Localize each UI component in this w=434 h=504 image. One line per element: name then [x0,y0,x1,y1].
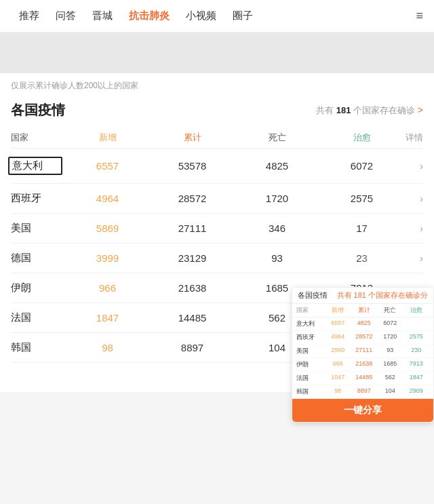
overlay-total-1: 28572 [351,333,378,342]
row-total-germany: 23129 [150,252,235,264]
overlay-country-1: 西班牙 [296,333,325,342]
overlay-recover-5: 2909 [403,387,430,396]
row-dead-italy: 4825 [235,160,319,172]
table-row[interactable]: 意大利 6557 53578 4825 6072 › [11,149,423,184]
row-new-iran: 966 [65,282,150,294]
row-recover-usa: 17 [319,222,404,234]
row-total-iran: 21638 [150,282,235,294]
row-detail-arrow-italy[interactable]: › [404,161,423,172]
overlay-dead-0: 6072 [377,319,403,328]
row-detail-arrow-germany[interactable]: › [404,253,423,264]
top-navigation: 推荐 问答 晋城 抗击肺炎 小视频 圈子 ≡ [0,0,434,33]
overlay-total-5: 8897 [351,387,378,396]
overlay-row: 伊朗 666 21638 1685 7913 [292,358,433,372]
overlay-country-3: 伊朗 [296,360,325,369]
overlay-row: 韩国 98 8897 104 2909 [292,385,433,399]
overlay-country-0: 意大利 [296,319,325,328]
country-label-italy: 意大利 [8,157,62,175]
row-new-italy: 6557 [65,160,150,172]
row-detail-arrow-usa[interactable]: › [404,223,423,234]
row-total-usa: 27111 [150,222,235,234]
overlay-dead-4: 562 [377,374,403,383]
nav-qa[interactable]: 问答 [47,7,84,25]
overlay-col-recover: 治愈 [403,306,430,315]
row-total-italy: 53578 [150,160,235,172]
row-total-france: 14485 [150,312,235,324]
section-header: 各国疫情 共有 181 个国家存在确诊 > [11,96,423,128]
row-recover-germany: 23 [319,252,404,264]
section-count[interactable]: 共有 181 个国家存在确诊 > [316,104,423,117]
overlay-country-5: 韩国 [296,387,325,396]
country-label-korea: 韩国 [11,341,65,354]
row-detail-arrow-spain[interactable]: › [404,193,423,204]
share-button[interactable]: 一键分享 [292,399,433,422]
overlay-recover-0 [403,319,430,328]
col-header-total: 累计 [150,132,235,144]
overlay-dead-1: 1720 [377,333,403,342]
overlay-recover-3: 7913 [403,360,430,369]
overlay-recover-2: 230 [403,347,430,355]
header-image-area [0,33,434,73]
nav-city[interactable]: 晋城 [84,7,121,25]
overlay-new-4: 1047 [325,374,351,383]
overlay-col-country: 国家 [296,306,325,315]
table-row[interactable]: 美国 5869 27111 346 17 › [11,214,423,244]
nav-circle[interactable]: 圈子 [224,7,261,25]
count-arrow: > [418,104,423,115]
overlay-row: 法国 1047 14485 562 1847 [292,372,433,385]
count-number: 181 [336,105,351,115]
row-new-korea: 98 [65,342,150,353]
share-overlay-panel: 各国疫情 共有 181 个国家存在确诊分 国家 新增 累计 死亡 治愈 意大利 … [292,287,434,423]
row-total-spain: 28572 [150,193,235,204]
overlay-new-2: 2990 [325,347,351,355]
overlay-table-header: 国家 新增 累计 死亡 治愈 [292,304,433,317]
col-header-country: 国家 [11,132,65,144]
overlay-country-2: 美国 [296,347,325,355]
country-label-france: 法国 [11,311,65,324]
overlay-col-new: 新增 [325,306,351,315]
section-title: 各国疫情 [11,101,65,119]
overlay-count: 共有 181 个国家存在确诊分 [337,290,428,301]
row-new-germany: 3999 [65,252,150,264]
row-recover-spain: 2575 [319,193,404,204]
overlay-new-5: 98 [325,387,351,396]
overlay-total-2: 27111 [351,347,378,355]
nav-video[interactable]: 小视频 [178,7,224,25]
row-dead-spain: 1720 [235,193,319,204]
nav-epidemic[interactable]: 抗击肺炎 [121,7,178,25]
row-new-spain: 4964 [65,193,150,204]
overlay-dead-2: 93 [377,347,403,355]
row-country: 意大利 [11,157,65,175]
col-header-new: 新增 [65,132,150,144]
overlay-dead-5: 104 [377,387,403,396]
count-prefix: 共有 [316,105,334,115]
overlay-row: 美国 2990 27111 93 230 [292,345,433,358]
overlay-recover-1: 2575 [403,333,430,342]
country-label-iran: 伊朗 [11,282,65,294]
row-recover-italy: 6072 [319,160,404,172]
nav-recommend[interactable]: 推荐 [11,7,47,25]
hamburger-menu-icon[interactable]: ≡ [416,9,423,23]
count-suffix: 个国家存在确诊 [353,105,415,115]
table-row[interactable]: 西班牙 4964 28572 1720 2575 › [11,184,423,214]
overlay-total-0: 4825 [351,319,378,328]
col-header-detail: 详情 [404,132,423,144]
col-header-recover: 治愈 [319,132,404,144]
overlay-col-dead: 死亡 [377,306,403,315]
row-new-usa: 5869 [65,222,150,234]
subtitle-text: 仅展示累计确诊人数200以上的国家 [11,73,423,96]
overlay-header: 各国疫情 共有 181 个国家存在确诊分 [292,288,433,304]
overlay-col-total: 累计 [351,306,378,315]
overlay-country-4: 法国 [296,374,325,383]
table-row[interactable]: 德国 3999 23129 93 23 › [11,244,423,273]
overlay-total-3: 21638 [351,360,378,369]
table-header-row: 国家 新增 累计 死亡 治愈 详情 [11,128,423,149]
row-new-france: 1847 [65,312,150,324]
country-label-usa: 美国 [11,222,65,235]
overlay-total-4: 14485 [351,374,378,383]
overlay-row: 西班牙 4964 28572 1720 2575 [292,331,433,345]
overlay-recover-4: 1847 [403,374,430,383]
row-total-korea: 8897 [150,342,235,353]
overlay-new-3: 666 [325,360,351,369]
overlay-row: 意大利 6557 4825 6072 [292,317,433,331]
